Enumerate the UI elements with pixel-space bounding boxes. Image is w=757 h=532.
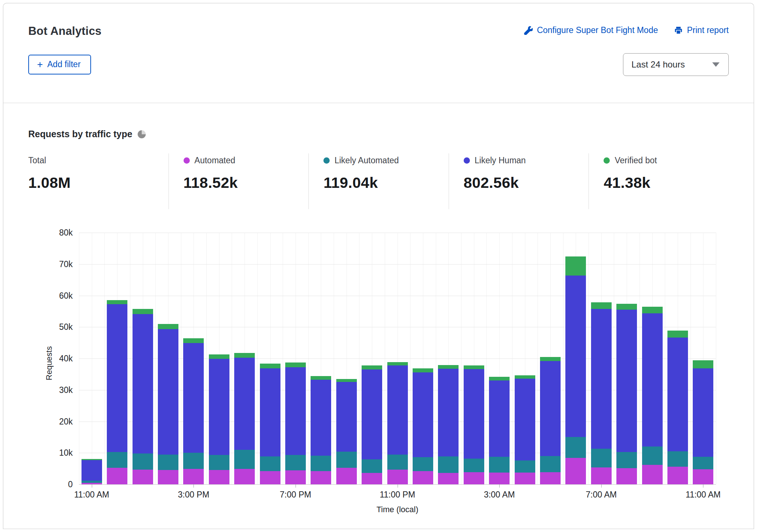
bar-3-00-pm[interactable] bbox=[183, 338, 204, 484]
bar-4-00-pm[interactable] bbox=[209, 354, 229, 484]
time-range-select[interactable]: Last 24 hours bbox=[623, 53, 729, 76]
bar-segment-likely-automated bbox=[489, 457, 510, 473]
bar-10-00-pm[interactable] bbox=[362, 365, 382, 484]
bar-segment-likely-human bbox=[693, 368, 713, 457]
bar-segment-likely-human bbox=[565, 276, 586, 437]
bar-12-00-am[interactable] bbox=[413, 368, 433, 484]
bar-8-00-pm[interactable] bbox=[311, 376, 331, 484]
bar-segment-automated bbox=[234, 469, 255, 484]
bar-segment-automated bbox=[515, 473, 535, 484]
header-actions: Configure Super Bot Fight Mode Print rep… bbox=[524, 22, 729, 35]
y-tick-label: 70k bbox=[59, 259, 73, 269]
stat-value: 802.56k bbox=[464, 174, 589, 192]
bar-3-00-am[interactable] bbox=[489, 377, 510, 484]
configure-super-bot-fight-mode-link[interactable]: Configure Super Bot Fight Mode bbox=[524, 25, 658, 35]
vertical-gridline bbox=[716, 233, 716, 484]
add-filter-button[interactable]: + Add filter bbox=[28, 55, 91, 74]
bar-segment-verified-bot bbox=[107, 300, 127, 304]
bar-segment-verified-bot bbox=[616, 304, 637, 310]
bar-segment-likely-automated bbox=[591, 449, 612, 467]
bar-segment-automated bbox=[438, 473, 459, 484]
bar-7-00-am[interactable] bbox=[591, 302, 612, 484]
bot-analytics-card: Bot Analytics Configure Super Bot Fight … bbox=[3, 3, 754, 529]
x-tick-label: 3:00 AM bbox=[484, 490, 515, 500]
bar-segment-likely-automated bbox=[642, 447, 663, 465]
bar-1-00-am[interactable] bbox=[438, 365, 459, 484]
bar-segment-verified-bot bbox=[591, 302, 612, 309]
bar-segment-automated bbox=[591, 467, 612, 484]
stat-total: Total 1.08M bbox=[28, 153, 169, 209]
bar-segment-verified-bot bbox=[565, 256, 586, 275]
bar-segment-likely-automated bbox=[285, 455, 306, 470]
bar-12-00-pm[interactable] bbox=[107, 300, 127, 484]
bar-segment-automated bbox=[336, 468, 357, 484]
bar-segment-likely-human bbox=[540, 361, 561, 456]
configure-link-label: Configure Super Bot Fight Mode bbox=[537, 25, 658, 35]
add-filter-label: Add filter bbox=[47, 59, 81, 69]
bar-5-00-am[interactable] bbox=[540, 357, 561, 484]
bar-4-00-am[interactable] bbox=[515, 375, 535, 484]
bar-segment-likely-human bbox=[107, 304, 127, 452]
bar-segment-likely-automated bbox=[464, 459, 484, 472]
y-tick-label: 60k bbox=[59, 291, 73, 300]
bar-11-00-am[interactable] bbox=[82, 459, 102, 484]
bar-6-00-pm[interactable] bbox=[260, 364, 280, 484]
bar-9-00-am[interactable] bbox=[642, 307, 663, 484]
y-tick-label: 0 bbox=[68, 480, 73, 489]
bar-9-00-pm[interactable] bbox=[336, 379, 357, 484]
x-tick-label: 7:00 PM bbox=[280, 490, 311, 500]
bar-segment-verified-bot bbox=[260, 364, 280, 368]
y-axis-title: Requests bbox=[44, 346, 54, 380]
bar-segment-automated bbox=[387, 470, 408, 484]
bar-segment-verified-bot bbox=[336, 379, 357, 382]
pie-chart-icon bbox=[138, 130, 146, 138]
bar-segment-likely-automated bbox=[260, 456, 280, 471]
x-tick-mark bbox=[193, 484, 194, 488]
bar-segment-likely-automated bbox=[133, 453, 153, 470]
bar-1-00-pm[interactable] bbox=[133, 309, 153, 484]
bar-11-00-am[interactable] bbox=[693, 360, 713, 484]
bar-11-00-pm[interactable] bbox=[387, 362, 408, 484]
panel-title: Requests by traffic type bbox=[28, 129, 132, 139]
y-tick-label: 10k bbox=[59, 448, 73, 458]
y-tick-label: 30k bbox=[59, 385, 73, 395]
bar-segment-automated bbox=[667, 467, 688, 484]
print-report-link[interactable]: Print report bbox=[674, 25, 729, 35]
bar-segment-automated bbox=[413, 471, 433, 484]
bar-7-00-pm[interactable] bbox=[285, 362, 306, 484]
bar-segment-automated bbox=[464, 472, 484, 484]
bar-segment-automated bbox=[133, 470, 153, 484]
bar-10-00-am[interactable] bbox=[667, 331, 688, 484]
bar-segment-likely-human bbox=[591, 309, 612, 449]
stat-label: Total bbox=[28, 156, 46, 165]
x-tick-mark bbox=[296, 484, 296, 488]
bar-segment-verified-bot bbox=[693, 360, 713, 368]
automated-dot-icon bbox=[184, 157, 190, 164]
bar-segment-verified-bot bbox=[209, 354, 229, 359]
bar-segment-automated bbox=[693, 469, 713, 484]
bar-segment-automated bbox=[616, 468, 637, 484]
bar-segment-likely-human bbox=[234, 358, 255, 449]
horizontal-gridline bbox=[79, 264, 716, 265]
bar-segment-automated bbox=[260, 471, 280, 484]
stat-value: 118.52k bbox=[184, 174, 309, 192]
bar-6-00-am[interactable] bbox=[565, 256, 586, 484]
stat-likely-human: Likely Human 802.56k bbox=[449, 153, 589, 209]
printer-icon bbox=[674, 26, 683, 35]
bar-segment-likely-automated bbox=[565, 437, 586, 458]
bar-2-00-am[interactable] bbox=[464, 365, 484, 484]
wrench-icon bbox=[524, 26, 533, 35]
bar-segment-likely-human bbox=[387, 365, 408, 455]
bar-segment-likely-human bbox=[413, 372, 433, 458]
bar-5-00-pm[interactable] bbox=[234, 353, 255, 484]
stat-label: Verified bot bbox=[615, 156, 657, 165]
bar-2-00-pm[interactable] bbox=[158, 324, 178, 484]
x-axis-title: Time (local) bbox=[376, 505, 418, 514]
bar-segment-verified-bot bbox=[387, 362, 408, 365]
bar-8-00-am[interactable] bbox=[616, 304, 637, 484]
x-tick-label: 11:00 AM bbox=[74, 490, 109, 500]
bar-segment-likely-automated bbox=[540, 456, 561, 472]
bar-segment-automated bbox=[107, 468, 127, 484]
bar-segment-verified-bot bbox=[158, 324, 178, 329]
bar-segment-likely-automated bbox=[158, 455, 178, 470]
